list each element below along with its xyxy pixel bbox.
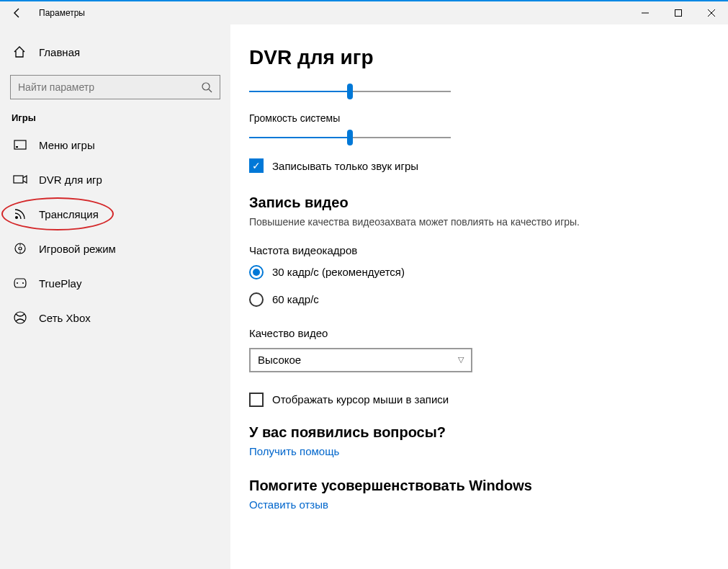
svg-point-11 — [19, 247, 22, 250]
svg-point-9 — [15, 216, 18, 219]
svg-line-5 — [209, 89, 212, 92]
feedback-link[interactable]: Оставить отзыв — [249, 498, 728, 511]
system-volume-label: Громкость системы — [249, 112, 728, 124]
svg-rect-7 — [16, 146, 18, 148]
minimize-button[interactable] — [629, 1, 662, 24]
svg-point-16 — [14, 312, 26, 323]
fps-60-radio[interactable] — [249, 292, 264, 307]
sidebar-item-trueplay[interactable]: TruePlay — [0, 266, 230, 300]
show-cursor-label: Отображать курсор мыши в записи — [272, 393, 449, 406]
gamebar-icon — [13, 140, 27, 150]
window-title: Параметры — [35, 8, 85, 18]
video-section-heading: Запись видео — [249, 194, 728, 211]
home-icon — [13, 45, 27, 58]
svg-point-15 — [22, 282, 24, 284]
sidebar-item-xbox[interactable]: Сеть Xbox — [0, 300, 230, 335]
sidebar-item-dvr[interactable]: DVR для игр — [0, 162, 230, 197]
sidebar-item-broadcast[interactable]: Трансляция — [0, 197, 230, 231]
trueplay-icon — [13, 278, 27, 288]
fps-label: Частота видеокадров — [249, 244, 728, 256]
chevron-down-icon: ▽ — [458, 355, 464, 364]
fps-30-radio[interactable] — [249, 265, 264, 279]
sidebar-item-game-mode[interactable]: Игровой режим — [0, 231, 230, 266]
titlebar: Параметры — [0, 1, 728, 24]
back-button[interactable] — [0, 1, 35, 24]
close-button[interactable] — [695, 1, 728, 24]
quality-select[interactable]: Высокое ▽ — [249, 348, 472, 372]
xbox-icon — [13, 311, 27, 324]
home-nav[interactable]: Главная — [0, 37, 230, 66]
fps-30-label: 30 кадр/с (рекомендуется) — [272, 266, 405, 278]
sidebar-item-label: TruePlay — [39, 277, 81, 290]
quality-label: Качество видео — [249, 327, 728, 339]
dvr-icon — [13, 174, 27, 184]
search-field[interactable] — [18, 81, 191, 93]
svg-rect-8 — [14, 176, 23, 183]
sidebar-item-label: DVR для игр — [39, 174, 102, 186]
search-icon — [201, 81, 212, 93]
system-volume-slider[interactable] — [249, 130, 451, 145]
svg-rect-6 — [14, 140, 26, 149]
content-area: DVR для игр Громкость системы ✓ Записы — [230, 24, 728, 569]
home-label: Главная — [39, 46, 80, 58]
help-link[interactable]: Получить помощь — [249, 445, 728, 457]
sidebar-item-game-bar[interactable]: Меню игры — [0, 127, 230, 162]
quality-value: Высокое — [258, 354, 301, 366]
sidebar: Главная Игры Меню игры DVR для игр Транс… — [0, 24, 230, 569]
svg-point-4 — [202, 83, 210, 90]
feedback-heading: Помогите усовершенствовать Windows — [249, 478, 728, 494]
maximize-button[interactable] — [662, 1, 695, 24]
broadcast-icon — [13, 207, 27, 220]
sidebar-item-label: Игровой режим — [39, 243, 116, 255]
sidebar-item-label: Трансляция — [39, 208, 99, 220]
sidebar-item-label: Меню игры — [39, 139, 95, 151]
page-title: DVR для игр — [249, 46, 728, 69]
record-game-audio-checkbox[interactable]: ✓ — [249, 158, 264, 173]
video-section-desc: Повышение качества видеозахвата может по… — [249, 215, 580, 230]
svg-rect-1 — [675, 10, 682, 17]
sidebar-item-label: Сеть Xbox — [39, 312, 91, 324]
gamemode-icon — [13, 242, 27, 255]
help-heading: У вас появились вопросы? — [249, 424, 728, 441]
search-input[interactable] — [10, 75, 220, 99]
svg-point-14 — [17, 282, 18, 284]
section-label: Игры — [0, 99, 230, 127]
fps-60-label: 60 кадр/с — [272, 293, 319, 305]
show-cursor-checkbox[interactable]: ✓ — [249, 393, 264, 407]
mic-volume-slider[interactable] — [249, 84, 451, 99]
record-game-audio-label: Записывать только звук игры — [272, 160, 418, 172]
